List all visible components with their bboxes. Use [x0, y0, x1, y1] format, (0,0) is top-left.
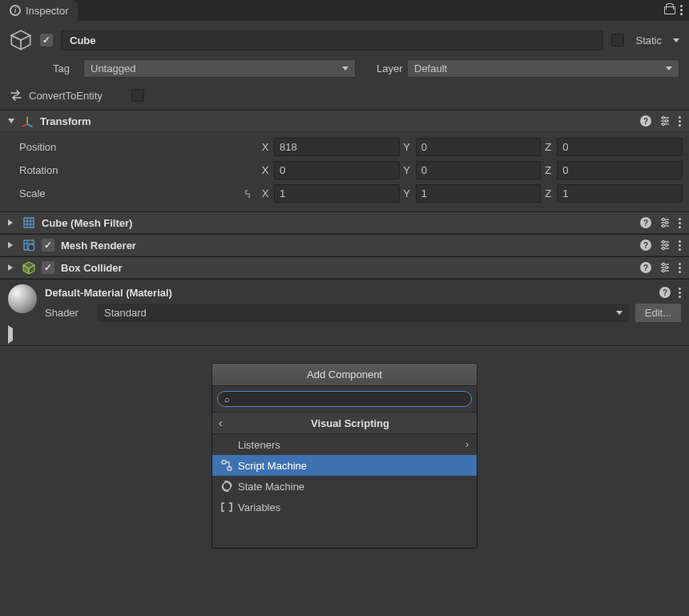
transform-icon — [21, 115, 34, 127]
material-foldout[interactable] — [0, 328, 689, 345]
axis-x-label: X — [260, 187, 271, 199]
svg-point-28 — [663, 241, 665, 244]
box-collider-header[interactable]: Box Collider ? — [0, 256, 689, 279]
link-icon[interactable] — [240, 188, 255, 199]
search-icon: ⌕ — [224, 394, 230, 404]
help-icon[interactable]: ? — [659, 287, 671, 298]
rotation-z-input[interactable]: 0 — [557, 161, 683, 179]
position-y-input[interactable]: 0 — [416, 138, 542, 156]
component-menu-icon[interactable] — [679, 115, 681, 127]
popup-item[interactable]: Script Machine — [212, 455, 477, 476]
chevron-right-icon: › — [465, 439, 469, 450]
layer-dropdown[interactable]: Default — [407, 59, 679, 78]
lock-icon[interactable] — [664, 3, 674, 14]
axis-z-label: Z — [542, 141, 554, 153]
help-icon[interactable]: ? — [640, 217, 651, 228]
rotation-y-input[interactable]: 0 — [416, 161, 542, 179]
object-enabled-checkbox[interactable] — [40, 34, 53, 46]
tab-title: Inspector — [26, 5, 68, 17]
help-icon[interactable]: ? — [640, 115, 651, 127]
footer: Add Component ⌕ ‹ Visual Scripting Liste… — [0, 347, 689, 549]
svg-point-30 — [663, 248, 665, 250]
material-block: Default-Material (Material) ? Shader Sta… — [0, 279, 689, 328]
item-label: Variables — [238, 501, 469, 513]
shader-dropdown[interactable]: Standard — [98, 304, 629, 322]
help-icon[interactable]: ? — [640, 240, 651, 251]
transform-header[interactable]: Transform ? — [0, 110, 689, 132]
mesh-renderer-header[interactable]: Mesh Renderer ? — [0, 234, 689, 256]
renderer-icon — [22, 239, 35, 252]
svg-point-6 — [663, 117, 665, 119]
layer-value: Default — [414, 62, 447, 74]
box-collider-checkbox[interactable] — [42, 261, 54, 274]
shader-value: Standard — [104, 307, 147, 319]
tag-value: Untagged — [91, 62, 135, 74]
component-search-input[interactable]: ⌕ — [217, 391, 472, 407]
component-menu-icon[interactable] — [679, 216, 681, 229]
material-preview-icon — [8, 284, 37, 313]
foldout-icon — [8, 242, 16, 248]
foldout-icon — [8, 264, 16, 271]
box-collider-title: Box Collider — [61, 262, 634, 274]
scale-y-input[interactable]: 1 — [416, 184, 542, 203]
tag-dropdown[interactable]: Untagged — [83, 59, 356, 78]
info-icon: i — [10, 5, 21, 16]
popup-item[interactable]: Variables — [212, 497, 477, 517]
back-icon[interactable]: ‹ — [219, 417, 230, 429]
foldout-icon — [8, 119, 14, 123]
convert-checkbox[interactable] — [131, 89, 144, 102]
mesh-renderer-title: Mesh Renderer — [61, 240, 634, 252]
edit-button[interactable]: Edit... — [635, 304, 681, 322]
collider-icon — [22, 261, 35, 274]
shader-label: Shader — [45, 307, 91, 319]
item-icon — [220, 459, 233, 472]
component-menu-icon[interactable] — [679, 261, 681, 274]
axis-y-label: Y — [401, 141, 413, 153]
preset-icon[interactable] — [659, 262, 671, 273]
rotation-label: Rotation — [6, 164, 260, 176]
add-component-button[interactable]: Add Component — [212, 363, 477, 386]
inspector-tab[interactable]: i Inspector — [0, 0, 78, 21]
preset-icon[interactable] — [659, 240, 671, 251]
help-icon[interactable]: ? — [640, 262, 651, 273]
svg-rect-10 — [24, 218, 34, 227]
item-icon — [220, 438, 233, 451]
svg-point-36 — [663, 270, 665, 272]
preset-icon[interactable] — [659, 217, 671, 228]
axis-z-label: Z — [542, 164, 554, 176]
component-menu-icon[interactable] — [679, 286, 681, 299]
position-x-input[interactable]: 818 — [274, 138, 400, 156]
static-dropdown-icon[interactable] — [673, 38, 679, 42]
mesh-renderer-checkbox[interactable] — [42, 239, 54, 252]
component-menu-icon[interactable] — [679, 239, 681, 252]
axis-y-label: Y — [401, 164, 413, 176]
svg-point-20 — [663, 225, 665, 227]
layer-label: Layer — [377, 62, 401, 74]
tab-menu-icon[interactable] — [680, 3, 683, 16]
popup-item[interactable]: State Machine — [212, 476, 477, 497]
item-label: Script Machine — [238, 460, 469, 472]
item-label: Listeners — [238, 439, 461, 451]
static-label: Static — [635, 34, 662, 46]
position-z-input[interactable]: 0 — [557, 138, 683, 156]
transform-body: Position X818 Y0 Z0 Rotation X0 Y0 Z0 Sc… — [0, 132, 689, 211]
convert-icon — [10, 90, 22, 101]
transform-title: Transform — [40, 115, 634, 127]
svg-point-8 — [663, 123, 665, 126]
component-search-field[interactable] — [235, 393, 465, 405]
svg-rect-37 — [222, 461, 226, 464]
add-component-popup: ⌕ ‹ Visual Scripting Listeners›Script Ma… — [212, 386, 477, 549]
convert-label: ConvertToEntity — [29, 90, 103, 102]
svg-point-24 — [28, 244, 34, 251]
popup-list: Listeners›Script MachineState MachineVar… — [212, 434, 477, 517]
preset-icon[interactable] — [659, 115, 671, 127]
static-checkbox[interactable] — [611, 34, 624, 46]
popup-item[interactable]: Listeners› — [212, 434, 477, 455]
rotation-x-input[interactable]: 0 — [274, 161, 400, 179]
foldout-icon — [8, 219, 16, 226]
scale-x-input[interactable]: 1 — [274, 184, 400, 203]
object-name-field[interactable]: Cube — [61, 30, 603, 50]
scale-z-input[interactable]: 1 — [557, 184, 683, 203]
popup-title: Visual Scripting — [230, 417, 470, 429]
mesh-filter-header[interactable]: Cube (Mesh Filter) ? — [0, 211, 689, 234]
